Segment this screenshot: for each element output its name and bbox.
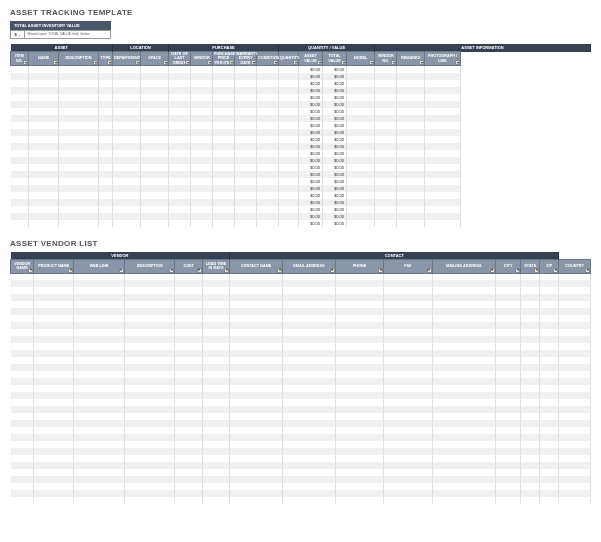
cell[interactable] <box>384 406 433 413</box>
cell[interactable] <box>384 336 433 343</box>
cell[interactable] <box>230 392 283 399</box>
cell[interactable] <box>11 441 34 448</box>
cell[interactable] <box>11 364 34 371</box>
cell[interactable] <box>540 413 559 420</box>
cell[interactable] <box>141 143 169 150</box>
filter-dropdown-icon[interactable] <box>207 60 212 65</box>
cell[interactable] <box>11 420 34 427</box>
table-row[interactable]: $0.00$0.00 <box>11 80 591 87</box>
cell[interactable] <box>283 462 336 469</box>
cell[interactable] <box>141 80 169 87</box>
cell[interactable]: $0.00 <box>323 192 347 199</box>
cell[interactable] <box>59 66 99 73</box>
cell[interactable] <box>124 350 175 357</box>
cell[interactable] <box>113 108 141 115</box>
cell[interactable]: $0.00 <box>323 101 347 108</box>
cell[interactable] <box>283 294 336 301</box>
cell[interactable] <box>11 406 34 413</box>
cell[interactable] <box>495 357 520 364</box>
cell[interactable] <box>175 462 202 469</box>
cell[interactable] <box>34 497 74 504</box>
filter-dropdown-icon[interactable] <box>427 268 432 273</box>
cell[interactable] <box>335 315 384 322</box>
cell[interactable] <box>124 392 175 399</box>
cell[interactable] <box>432 287 495 294</box>
cell[interactable] <box>230 322 283 329</box>
column-header[interactable]: VENDOR <box>191 52 213 66</box>
cell[interactable] <box>540 315 559 322</box>
cell[interactable] <box>283 441 336 448</box>
cell[interactable] <box>495 371 520 378</box>
cell[interactable] <box>432 280 495 287</box>
cell[interactable] <box>29 94 59 101</box>
cell[interactable] <box>230 420 283 427</box>
cell[interactable] <box>59 178 99 185</box>
cell[interactable] <box>432 315 495 322</box>
filter-dropdown-icon[interactable] <box>455 60 460 65</box>
cell[interactable] <box>540 336 559 343</box>
cell[interactable] <box>235 192 257 199</box>
cell[interactable] <box>425 101 461 108</box>
cell[interactable] <box>521 371 540 378</box>
cell[interactable] <box>384 434 433 441</box>
cell[interactable] <box>191 94 213 101</box>
cell[interactable] <box>124 322 175 329</box>
cell[interactable] <box>432 462 495 469</box>
cell[interactable] <box>11 308 34 315</box>
table-row[interactable] <box>11 392 591 399</box>
filter-dropdown-icon[interactable] <box>53 60 58 65</box>
cell[interactable] <box>425 220 461 227</box>
cell[interactable] <box>213 199 235 206</box>
cell[interactable] <box>124 497 175 504</box>
cell[interactable] <box>59 206 99 213</box>
cell[interactable] <box>495 420 520 427</box>
cell[interactable] <box>495 427 520 434</box>
cell[interactable] <box>34 357 74 364</box>
cell[interactable] <box>425 171 461 178</box>
cell[interactable] <box>347 206 375 213</box>
cell[interactable] <box>202 469 229 476</box>
cell[interactable] <box>235 87 257 94</box>
cell[interactable] <box>99 157 113 164</box>
cell[interactable] <box>202 329 229 336</box>
cell[interactable] <box>521 455 540 462</box>
cell[interactable] <box>202 385 229 392</box>
cell[interactable] <box>175 308 202 315</box>
cell[interactable] <box>375 178 397 185</box>
cell[interactable] <box>124 462 175 469</box>
cell[interactable] <box>34 392 74 399</box>
table-row[interactable]: $0.00$0.00 <box>11 136 591 143</box>
cell[interactable] <box>283 364 336 371</box>
cell[interactable] <box>432 371 495 378</box>
cell[interactable] <box>230 378 283 385</box>
cell[interactable] <box>175 280 202 287</box>
cell[interactable] <box>375 73 397 80</box>
cell[interactable] <box>34 273 74 280</box>
cell[interactable] <box>99 150 113 157</box>
cell[interactable] <box>559 455 591 462</box>
cell[interactable] <box>397 73 425 80</box>
cell[interactable] <box>384 308 433 315</box>
cell[interactable] <box>521 413 540 420</box>
cell[interactable] <box>375 220 397 227</box>
cell[interactable] <box>11 315 34 322</box>
cell[interactable] <box>34 385 74 392</box>
cell[interactable] <box>29 171 59 178</box>
cell[interactable] <box>141 178 169 185</box>
cell[interactable] <box>425 206 461 213</box>
cell[interactable] <box>521 392 540 399</box>
cell[interactable] <box>202 308 229 315</box>
table-row[interactable] <box>11 301 591 308</box>
cell[interactable] <box>283 308 336 315</box>
table-row[interactable]: $0.00$0.00 <box>11 206 591 213</box>
cell[interactable] <box>335 441 384 448</box>
cell[interactable] <box>175 343 202 350</box>
cell[interactable] <box>347 94 375 101</box>
cell[interactable] <box>141 129 169 136</box>
cell[interactable] <box>175 336 202 343</box>
table-row[interactable] <box>11 315 591 322</box>
cell[interactable] <box>124 420 175 427</box>
column-header[interactable]: REMARKS <box>397 52 425 66</box>
cell[interactable] <box>235 136 257 143</box>
cell[interactable] <box>230 301 283 308</box>
